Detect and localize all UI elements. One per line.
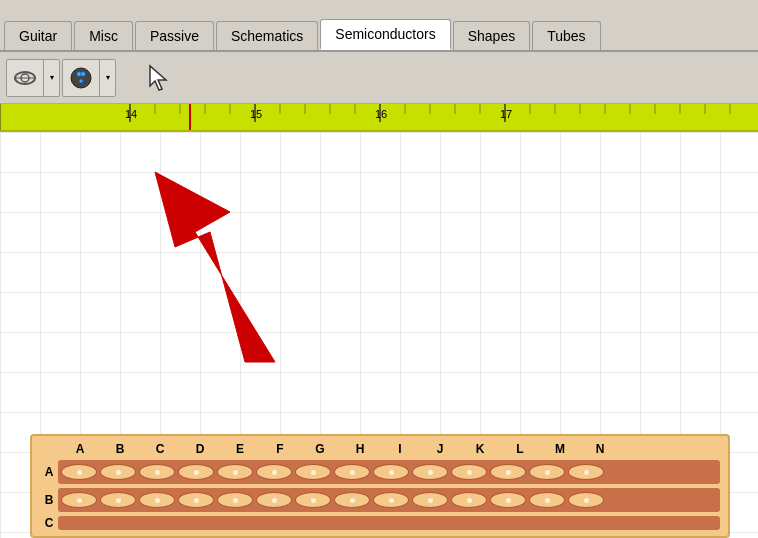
hole xyxy=(490,492,526,508)
tab-shapes[interactable]: Shapes xyxy=(453,21,530,50)
breadboard: A B C D E F G H I J K L M N A xyxy=(30,434,730,538)
col-g: G xyxy=(300,442,340,456)
hole xyxy=(373,492,409,508)
tab-semiconductors[interactable]: Semiconductors xyxy=(320,19,450,50)
hole xyxy=(139,464,175,480)
col-h: H xyxy=(340,442,380,456)
svg-point-3 xyxy=(71,68,91,88)
row-label-c: C xyxy=(40,516,58,530)
hole xyxy=(256,464,292,480)
col-f: F xyxy=(260,442,300,456)
col-e: E xyxy=(220,442,260,456)
hole xyxy=(217,464,253,480)
svg-text:15: 15 xyxy=(250,108,262,120)
canvas-area[interactable]: A B C D E F G H I J K L M N A xyxy=(0,132,758,538)
hole xyxy=(451,492,487,508)
hole xyxy=(490,464,526,480)
hole xyxy=(334,464,370,480)
row-label-b: B xyxy=(40,493,58,507)
hole xyxy=(412,464,448,480)
svg-point-5 xyxy=(81,72,85,76)
svg-text:16: 16 xyxy=(375,108,387,120)
hole xyxy=(295,492,331,508)
hole xyxy=(61,492,97,508)
col-d: D xyxy=(180,442,220,456)
hole xyxy=(568,492,604,508)
col-m: M xyxy=(540,442,580,456)
col-c: C xyxy=(140,442,180,456)
tool-group-2[interactable]: ▾ xyxy=(62,59,116,97)
tool-lens-button[interactable] xyxy=(7,59,43,97)
tool-component-button[interactable] xyxy=(63,59,99,97)
col-n: N xyxy=(580,442,620,456)
hole xyxy=(217,492,253,508)
cursor-icon xyxy=(146,64,170,92)
tab-tubes[interactable]: Tubes xyxy=(532,21,600,50)
col-a: A xyxy=(60,442,100,456)
breadboard-headers: A B C D E F G H I J K L M N xyxy=(40,442,720,456)
hole xyxy=(373,464,409,480)
hole xyxy=(451,464,487,480)
hole xyxy=(529,464,565,480)
tab-misc[interactable]: Misc xyxy=(74,21,133,50)
svg-text:14: 14 xyxy=(125,108,137,120)
hole xyxy=(100,464,136,480)
col-b: B xyxy=(100,442,140,456)
tool-component-dropdown[interactable]: ▾ xyxy=(99,59,115,97)
tab-schematics[interactable]: Schematics xyxy=(216,21,318,50)
breadboard-row-b: B xyxy=(40,488,720,512)
svg-text:17: 17 xyxy=(500,108,512,120)
col-k: K xyxy=(460,442,500,456)
col-j: J xyxy=(420,442,460,456)
hole xyxy=(100,492,136,508)
toolbar: ▾ ▾ xyxy=(0,52,758,104)
tab-passive[interactable]: Passive xyxy=(135,21,214,50)
breadboard-row-a: A xyxy=(40,460,720,484)
breadboard-row-c: C xyxy=(40,516,720,530)
row-label-a: A xyxy=(40,465,58,479)
tab-bar: Guitar Misc Passive Schematics Semicondu… xyxy=(0,0,758,52)
tool-lens-dropdown[interactable]: ▾ xyxy=(43,59,59,97)
main-content: 14 15 16 17 xyxy=(0,104,758,538)
hole xyxy=(139,492,175,508)
tool-group-1[interactable]: ▾ xyxy=(6,59,60,97)
svg-point-6 xyxy=(80,79,83,82)
svg-marker-7 xyxy=(150,66,166,90)
ruler-svg: 14 15 16 17 xyxy=(0,104,758,130)
cursor-tool xyxy=(138,58,178,98)
hole xyxy=(61,464,97,480)
component-icon xyxy=(67,64,95,92)
hole xyxy=(178,464,214,480)
hole xyxy=(256,492,292,508)
svg-point-4 xyxy=(77,72,81,76)
ruler: 14 15 16 17 xyxy=(0,104,758,132)
hole xyxy=(178,492,214,508)
hole xyxy=(529,492,565,508)
col-l: L xyxy=(500,442,540,456)
hole xyxy=(412,492,448,508)
col-i: I xyxy=(380,442,420,456)
hole xyxy=(334,492,370,508)
tab-guitar[interactable]: Guitar xyxy=(4,21,72,50)
lens-icon xyxy=(11,64,39,92)
hole xyxy=(568,464,604,480)
hole xyxy=(295,464,331,480)
